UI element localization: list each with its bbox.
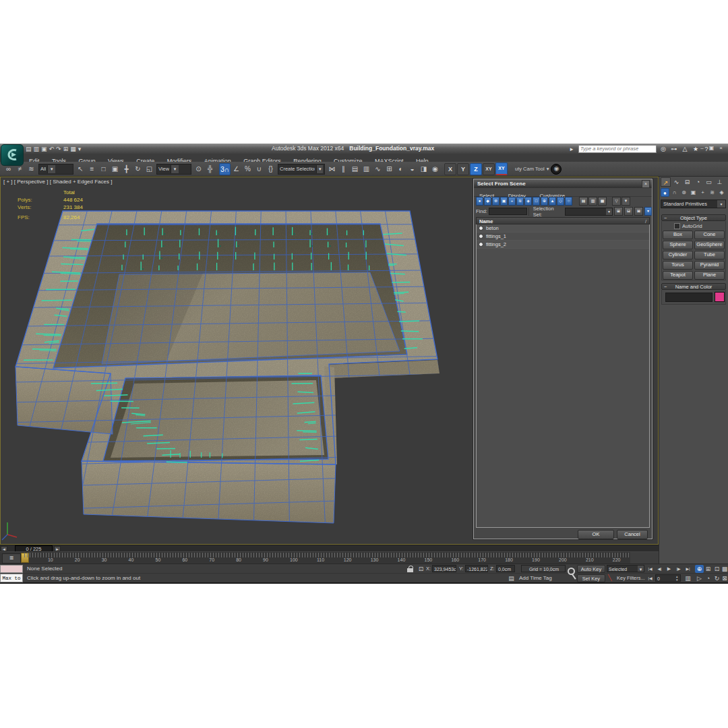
find-input[interactable] bbox=[489, 208, 527, 215]
subtract-from-set-icon[interactable]: ⊠ bbox=[634, 207, 643, 216]
filter-config-icon[interactable]: ▼ bbox=[621, 197, 630, 206]
quick-access-caret-icon[interactable]: ▾ bbox=[78, 146, 82, 152]
undo-icon[interactable]: ↶ bbox=[49, 146, 55, 152]
autogrid-checkbox[interactable] bbox=[674, 223, 680, 229]
cone-button[interactable]: Cone bbox=[694, 231, 725, 239]
track-next-icon[interactable]: ► bbox=[54, 546, 61, 551]
subscription-key-icon[interactable]: ⊶ bbox=[670, 146, 678, 152]
play-icon[interactable]: ▶ bbox=[665, 565, 673, 573]
window-crossing-icon[interactable]: ▣ bbox=[109, 163, 121, 175]
rendered-frame-window-icon[interactable]: ◨ bbox=[418, 163, 429, 175]
named-selection-dropdown[interactable]: Create Selection Se▾ bbox=[278, 164, 325, 175]
save-icon[interactable]: ▣ bbox=[41, 146, 47, 152]
search-binoculars-icon[interactable]: ◎ bbox=[659, 146, 667, 152]
select-and-manipulate-icon[interactable]: ╬ bbox=[204, 163, 216, 175]
column-view-icon[interactable]: ▥ bbox=[588, 197, 597, 206]
torus-button[interactable]: Torus bbox=[663, 261, 693, 270]
select-object-icon[interactable]: ↖ bbox=[75, 163, 86, 175]
layer-manager-icon[interactable]: ▤ bbox=[349, 163, 361, 175]
category-helpers-icon[interactable]: + bbox=[698, 188, 707, 197]
percent-snap-icon[interactable]: % bbox=[242, 163, 253, 175]
tab-display-icon[interactable]: ▭ bbox=[704, 177, 714, 187]
tab-hierarchy-icon[interactable]: ⊟ bbox=[682, 177, 692, 187]
close-icon[interactable]: × bbox=[717, 144, 725, 152]
angle-snap-icon[interactable]: ∠ bbox=[231, 163, 242, 175]
frame-spinner[interactable]: ▴▾ bbox=[676, 575, 678, 582]
maximize-viewport-icon[interactable]: ⊠ bbox=[721, 574, 728, 582]
spinner-snap-icon[interactable]: ∪ bbox=[253, 163, 265, 175]
z-coordinate-field[interactable]: 0,0cm bbox=[496, 565, 515, 572]
tab-utilities-icon[interactable]: ⊥ bbox=[715, 177, 725, 187]
dropdown-arrow-icon[interactable]: ▾ bbox=[638, 566, 644, 572]
axis-constraint-xy-button[interactable]: XY bbox=[483, 163, 495, 175]
axis-constraint-xy-lock-button[interactable]: XY bbox=[495, 162, 508, 175]
toggle-xrefs-icon[interactable]: □ bbox=[533, 197, 540, 206]
axis-constraint-z-button[interactable]: Z bbox=[470, 163, 482, 175]
category-lights-icon[interactable]: ⊛ bbox=[679, 188, 688, 197]
dialog-title-bar[interactable]: Select From Scene bbox=[474, 179, 652, 188]
axis-constraint-y-button[interactable]: Y bbox=[457, 163, 469, 175]
name-and-color-rollout[interactable]: −Name and Color bbox=[661, 283, 726, 290]
key-mode-dropdown[interactable]: Selected▾ bbox=[607, 565, 644, 572]
box-button[interactable]: Box bbox=[663, 231, 693, 239]
tab-modify-icon[interactable]: ∿ bbox=[671, 177, 681, 187]
zoom-extents-all-icon[interactable]: ▩ bbox=[721, 565, 728, 573]
plane-button[interactable]: Plane bbox=[694, 271, 725, 280]
go-to-start-icon[interactable]: |◀ bbox=[646, 565, 655, 573]
key-mode-toggle-icon[interactable]: |◀ bbox=[646, 574, 655, 582]
auto-key-button[interactable]: Auto Key bbox=[577, 565, 605, 573]
object-color-swatch[interactable] bbox=[715, 292, 725, 302]
category-cameras-icon[interactable]: ▣ bbox=[689, 188, 698, 197]
orbit-icon[interactable]: ↻ bbox=[712, 574, 721, 582]
create-selection-set-icon[interactable]: ⊞ bbox=[614, 207, 623, 216]
maxscript-mini-listener[interactable]: Max to bbox=[0, 574, 23, 582]
toggle-bones-icon[interactable]: ⊕ bbox=[541, 197, 548, 206]
time-ruler[interactable]: ≣ 10203040506070809010011012013014015016… bbox=[0, 551, 659, 564]
dropdown-arrow-icon[interactable]: ▾ bbox=[171, 165, 179, 173]
category-space-warps-icon[interactable]: ≋ bbox=[708, 188, 717, 197]
detail-view-icon[interactable]: ▦ bbox=[598, 197, 607, 206]
use-pivot-center-icon[interactable]: ⊙ bbox=[193, 163, 204, 175]
toggle-hidden-icon[interactable]: ○ bbox=[565, 197, 572, 206]
select-highlighted-icon[interactable]: ▾ bbox=[644, 207, 652, 216]
name-column-header[interactable]: Name / bbox=[476, 217, 650, 224]
dropdown-arrow-icon[interactable]: ▾ bbox=[316, 165, 323, 173]
zoom-extents-icon[interactable]: ⊡ bbox=[712, 565, 721, 573]
toggle-helpers-icon[interactable]: + bbox=[508, 197, 516, 206]
minimize-icon[interactable]: – bbox=[698, 144, 706, 152]
category-geometry-icon[interactable]: ● bbox=[661, 188, 669, 197]
next-frame-icon[interactable]: |▶ bbox=[674, 565, 683, 573]
restore-icon[interactable]: ▣ bbox=[708, 144, 715, 152]
cam-tool-toolbar[interactable]: uty Cam Tool ▾ ◉ bbox=[515, 164, 562, 175]
geosphere-button[interactable]: GeoSphere bbox=[694, 241, 725, 249]
add-time-tag[interactable]: Add Time Tag bbox=[519, 574, 552, 582]
tab-create-icon[interactable]: ↗ bbox=[661, 177, 671, 187]
time-tag-clipboard-icon[interactable]: ▤ bbox=[507, 574, 516, 582]
open-icon[interactable]: ▥ bbox=[34, 146, 40, 152]
redo-icon[interactable]: ↷ bbox=[56, 146, 61, 152]
selection-set-dropdown[interactable]: ▾ bbox=[565, 208, 613, 216]
toggle-cameras-icon[interactable]: ▣ bbox=[500, 197, 508, 206]
dialog-close-icon[interactable]: × bbox=[642, 180, 650, 188]
zoom-icon[interactable]: ⊕ bbox=[695, 565, 704, 573]
list-item[interactable]: beton bbox=[477, 224, 649, 233]
select-and-rotate-icon[interactable]: ↻ bbox=[132, 163, 144, 175]
zoom-all-icon[interactable]: ⊞ bbox=[704, 565, 712, 573]
snaps-toggle-icon[interactable]: 3∩ bbox=[219, 163, 231, 175]
macro-recorder-box[interactable] bbox=[0, 565, 23, 573]
tab-motion-icon[interactable]: ◔ bbox=[693, 177, 703, 187]
cam-tool-icon[interactable]: ◉ bbox=[551, 164, 562, 175]
toggle-groups-icon[interactable]: ◈ bbox=[524, 197, 532, 206]
axis-constraint-x-button[interactable]: X bbox=[444, 163, 456, 175]
bind-to-space-warp-icon[interactable]: ≋ bbox=[26, 163, 37, 175]
save-selected-icon[interactable]: ▥ bbox=[684, 574, 692, 582]
viewport-label[interactable]: [ + ] [ Perspective ] [ Shaded + Edged F… bbox=[3, 179, 112, 185]
toggle-space-warps-icon[interactable]: ≋ bbox=[516, 197, 524, 206]
mirror-icon[interactable]: ⋈ bbox=[326, 163, 338, 175]
track-prev-icon[interactable]: ◄ bbox=[1, 546, 7, 551]
toggle-geometry-icon[interactable]: ● bbox=[476, 197, 483, 206]
x-coordinate-field[interactable]: 323,9453c bbox=[432, 565, 456, 572]
graphite-ribbon-icon[interactable]: ▥ bbox=[361, 163, 372, 175]
primitive-category-dropdown[interactable]: Standard Primitives ▾ bbox=[661, 200, 726, 208]
list-view-icon[interactable]: ▤ bbox=[579, 197, 588, 206]
